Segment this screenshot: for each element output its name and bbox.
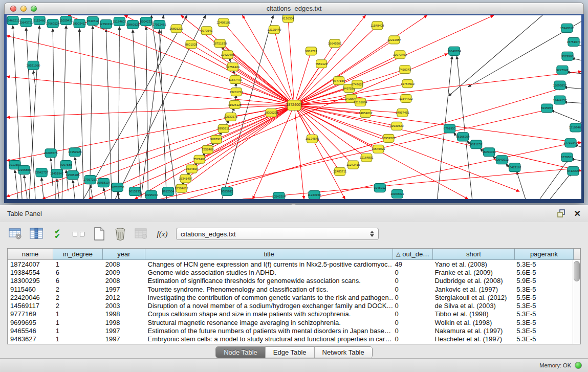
- cell-out_de[interactable]: 0: [393, 327, 432, 335]
- cell-out_de[interactable]: 0: [393, 302, 432, 310]
- citation-graph[interactable]: 1646621020643721911546017663524110594311…: [7, 15, 581, 199]
- new-document-icon[interactable]: [92, 227, 106, 241]
- cell-out_de[interactable]: 0: [393, 277, 432, 285]
- float-panel-icon[interactable]: [557, 209, 567, 218]
- cell-name[interactable]: 14569117: [8, 302, 53, 310]
- table-row[interactable]: 911546021997Tourette syndrome. Phenomeno…: [8, 285, 573, 293]
- close-panel-icon[interactable]: ✕: [574, 209, 581, 218]
- table-vertical-scrollbar[interactable]: [573, 260, 580, 344]
- graph-edge[interactable]: [449, 15, 542, 96]
- cell-year[interactable]: 2008: [103, 277, 145, 285]
- graph-edge[interactable]: [294, 105, 581, 171]
- cell-short[interactable]: de Silva et al. (2003): [432, 302, 514, 310]
- graph-edge[interactable]: [41, 178, 43, 199]
- cell-in_degree[interactable]: 2: [53, 294, 103, 301]
- cell-out_de[interactable]: 0: [393, 335, 432, 343]
- cell-pagerank[interactable]: 5.3E-5: [514, 286, 573, 293]
- minimize-window-button[interactable]: [20, 6, 27, 12]
- cell-year[interactable]: 1997: [103, 286, 145, 293]
- cell-year[interactable]: 1997: [103, 327, 145, 335]
- cell-out_de[interactable]: 0: [393, 269, 432, 276]
- graph-edge[interactable]: [33, 71, 35, 87]
- cell-out_de[interactable]: 0: [393, 319, 432, 326]
- scrollbar-thumb[interactable]: [574, 261, 580, 281]
- graph-edge[interactable]: [15, 170, 18, 199]
- graph-edge[interactable]: [7, 36, 294, 105]
- graph-edge[interactable]: [160, 30, 167, 199]
- cell-short[interactable]: Wolkin et al. (1998): [432, 319, 514, 326]
- graph-edge[interactable]: [191, 45, 294, 105]
- cell-pagerank[interactable]: 5.9E-5: [514, 277, 573, 285]
- cell-name[interactable]: 9115460: [8, 286, 53, 293]
- graph-edge[interactable]: [564, 87, 581, 89]
- unselect-all-icon[interactable]: [71, 227, 85, 241]
- cell-short[interactable]: Franke et al. (2009): [432, 269, 514, 276]
- delete-trash-icon[interactable]: [113, 227, 127, 241]
- cell-in_degree[interactable]: 2: [53, 302, 103, 310]
- table-row[interactable]: 1938455462009Genome-wide association stu…: [8, 268, 573, 276]
- graph-edge[interactable]: [133, 30, 141, 199]
- graph-edge[interactable]: [235, 105, 294, 105]
- cell-short[interactable]: Yano et al. (2008): [432, 260, 514, 268]
- cell-title[interactable]: Estimation of the future numbers of pati…: [145, 327, 393, 335]
- cell-out_de[interactable]: 49: [393, 260, 432, 268]
- graph-edge[interactable]: [294, 105, 345, 199]
- network-canvas[interactable]: 1646621020643721911546017663524110594311…: [7, 15, 581, 199]
- graph-edge[interactable]: [151, 15, 177, 199]
- memory-ok-indicator[interactable]: [575, 362, 582, 369]
- cell-pagerank[interactable]: 5.6E-5: [514, 269, 573, 276]
- graph-edge[interactable]: [550, 173, 571, 199]
- tab-network-table[interactable]: Network Table: [315, 347, 372, 358]
- table-settings-icon[interactable]: [8, 227, 23, 241]
- close-window-button[interactable]: [10, 6, 16, 12]
- table-selector-combobox[interactable]: citations_edges.txt: [176, 228, 379, 240]
- graph-edge[interactable]: [7, 105, 294, 118]
- cell-year[interactable]: 2012: [103, 294, 145, 301]
- table-row[interactable]: 977716911998Corpus callosum shape and si…: [8, 310, 573, 318]
- cell-title[interactable]: Tourette syndrome. Phenomenology and cla…: [145, 286, 393, 293]
- column-header-title[interactable]: title: [145, 249, 393, 260]
- cell-year[interactable]: 1998: [103, 310, 145, 318]
- cell-pagerank[interactable]: 5.3E-5: [514, 302, 573, 310]
- select-all-icon[interactable]: ✔✔: [50, 227, 64, 241]
- cell-short[interactable]: Nakamura et al. (1997): [432, 327, 514, 335]
- cell-name[interactable]: 9465546: [8, 327, 53, 335]
- graph-edge[interactable]: [233, 67, 294, 105]
- cell-year[interactable]: 2008: [103, 260, 145, 268]
- cell-title[interactable]: Corpus callosum shape and size in male p…: [145, 310, 393, 318]
- cell-year[interactable]: 1997: [103, 335, 145, 343]
- graph-edge[interactable]: [517, 171, 526, 199]
- cell-out_de[interactable]: 0: [393, 310, 432, 318]
- cell-in_degree[interactable]: 1: [53, 327, 103, 335]
- cell-name[interactable]: 9463627: [8, 335, 53, 343]
- graph-edge[interactable]: [551, 110, 581, 122]
- cell-short[interactable]: Dudbridge et al. (2008): [432, 277, 514, 285]
- column-visibility-icon[interactable]: [29, 227, 43, 241]
- cell-pagerank[interactable]: 5.3E-5: [514, 260, 573, 268]
- cell-title[interactable]: Embryonic stem cells: a model to study s…: [145, 335, 393, 343]
- cell-in_degree[interactable]: 1: [53, 319, 103, 326]
- cell-short[interactable]: Hescheler et al. (1997): [432, 335, 514, 343]
- cell-name[interactable]: 22420046: [8, 294, 53, 301]
- graph-edge[interactable]: [103, 188, 105, 199]
- graph-edge[interactable]: [90, 26, 93, 199]
- cell-pagerank[interactable]: 5.3E-5: [514, 327, 573, 335]
- graph-edge[interactable]: [540, 159, 569, 199]
- column-header-short[interactable]: short: [433, 249, 515, 260]
- table-row[interactable]: 946362711997Embryonic stem cells: a mode…: [8, 335, 573, 343]
- graph-edge[interactable]: [243, 168, 573, 199]
- column-header-name[interactable]: name: [8, 249, 53, 260]
- table-row[interactable]: 969969511998Structural magnetic resonanc…: [8, 318, 573, 326]
- graph-edge[interactable]: [83, 15, 187, 199]
- cell-in_degree[interactable]: 2: [53, 286, 103, 293]
- cell-pagerank[interactable]: 5.5E-5: [514, 294, 573, 301]
- graph-edge[interactable]: [294, 105, 353, 165]
- table-row[interactable]: 2242004622012Investigating the contribut…: [8, 293, 573, 301]
- cell-year[interactable]: 1998: [103, 319, 145, 326]
- cell-name[interactable]: 19384554: [8, 269, 53, 276]
- tab-node-table[interactable]: Node Table: [216, 347, 266, 358]
- table-row[interactable]: 1872400712008Changes of HCN gene express…: [8, 260, 573, 268]
- cell-name[interactable]: 9777169: [8, 310, 53, 318]
- graph-edge[interactable]: [57, 179, 59, 199]
- column-header-year[interactable]: year: [103, 249, 145, 260]
